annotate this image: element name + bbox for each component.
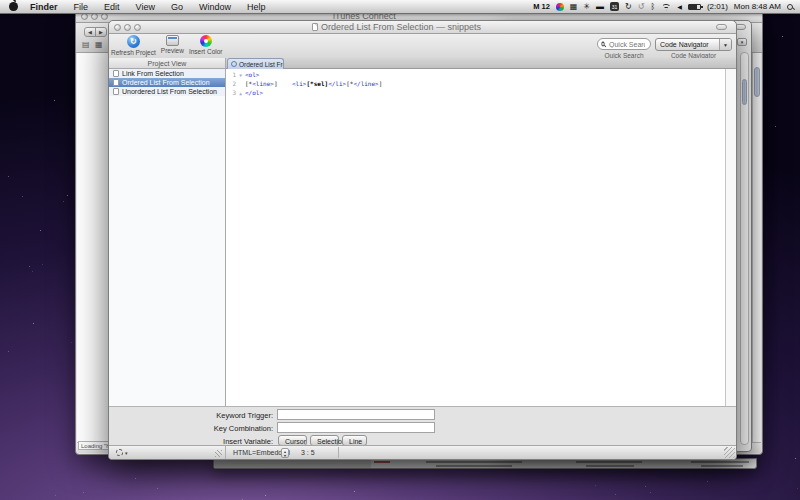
menu-bar: Finder File Edit View Go Window Help M 1… — [0, 0, 800, 14]
menu-item-edit[interactable]: Edit — [96, 0, 128, 14]
sidebar-item-link-from-selection[interactable]: Link From Selection — [109, 69, 225, 78]
wifi-icon[interactable] — [661, 3, 671, 11]
code-line[interactable]: 1▼<ol> — [226, 70, 725, 79]
table-text-red — [374, 461, 390, 463]
snippets-window[interactable]: Ordered List From Selection — snippets ↻… — [108, 20, 737, 460]
battery-time: (2:01) — [707, 2, 728, 11]
menu-meter-status[interactable]: M 12 — [533, 2, 550, 11]
project-view-header: Project View — [109, 58, 226, 69]
itunes-scrollbar[interactable] — [752, 53, 761, 442]
color-app-status-icon[interactable] — [556, 3, 564, 11]
mid-scrollbar[interactable] — [740, 52, 749, 445]
menu-bar-clock[interactable]: Mon 8:48 AM — [734, 2, 781, 11]
chevron-down-icon: ▾ — [125, 450, 128, 456]
search-icon — [601, 42, 604, 47]
scrollbar-thumb[interactable] — [742, 79, 747, 105]
zoom-button[interactable] — [134, 24, 141, 31]
code-text[interactable]: </ol> — [245, 88, 263, 97]
editor-scrollbar[interactable] — [725, 69, 736, 406]
table-text — [586, 465, 634, 467]
snippet-options-panel: Keyword Trigger: Key Combination: Insert… — [109, 406, 736, 445]
menu-item-finder[interactable]: Finder — [22, 0, 66, 14]
preview-icon — [166, 35, 179, 46]
desktop: iTunes Connect ◀ ▶ ▤ ▦ Loading "htt ▾ — [0, 0, 800, 500]
code-text[interactable]: <ol> — [245, 70, 259, 79]
bookmarks-icon[interactable]: ▤ — [82, 41, 90, 49]
refresh-project-button[interactable]: ↻ Refresh Project — [111, 35, 156, 56]
insert-color-button[interactable]: Insert Color — [189, 35, 223, 56]
snippet-icon — [231, 61, 237, 67]
window-resize-grip[interactable] — [724, 447, 735, 458]
table-text — [436, 465, 512, 467]
spotlight-icon[interactable] — [787, 4, 793, 10]
key-combination-label: Key Combination: — [109, 424, 273, 433]
toolbar: ↻ Refresh Project Preview Insert Color Q… — [109, 34, 736, 58]
chevron-down-icon: ▼ — [719, 39, 731, 50]
minimize-button[interactable] — [124, 24, 131, 31]
fold-marker-icon[interactable]: ▲ — [236, 89, 245, 98]
refresh-icon: ↻ — [127, 35, 140, 48]
code-line[interactable]: 3▲</ol> — [226, 88, 725, 97]
table-text — [691, 461, 749, 463]
code-lines[interactable]: 1▼<ol>2[*<line>] <li>[*sel]</li>[*</line… — [226, 69, 725, 97]
minimize-button[interactable] — [91, 13, 98, 20]
zoom-button[interactable] — [101, 13, 108, 20]
grid-view-icon[interactable]: ▦ — [95, 41, 103, 49]
asterisk-status-icon[interactable]: ✳ — [583, 3, 590, 11]
cursor-position: 3 : 5 — [301, 446, 315, 460]
sync-status-icon[interactable]: ↻ — [625, 3, 632, 11]
time-machine-status-icon[interactable]: ↺ — [638, 3, 645, 11]
forward-button[interactable]: ▶ — [95, 27, 107, 37]
close-button[interactable] — [114, 24, 121, 31]
line-number: 3 — [226, 88, 236, 97]
keyword-trigger-input[interactable] — [277, 409, 435, 420]
tab-ordered-list[interactable]: Ordered List Fro… — [227, 58, 284, 69]
key-combination-input[interactable] — [277, 422, 435, 433]
gear-icon[interactable] — [116, 449, 123, 456]
status-bar: ▾ HTML=Embedded ▴▾ 3 : 5 — [109, 445, 736, 459]
document-icon — [113, 70, 119, 77]
quick-search-input[interactable] — [607, 40, 647, 49]
fold-marker-icon[interactable]: ▼ — [236, 71, 245, 80]
quick-search-field[interactable] — [597, 38, 651, 50]
code-navigator-select[interactable]: Code Navigator ▼ — [655, 38, 732, 51]
window-grid-status-icon[interactable]: ▦ — [570, 3, 578, 11]
line-number: 1 — [226, 70, 236, 79]
language-stepper[interactable]: ▴▾ — [281, 448, 289, 458]
proxy-document-icon[interactable] — [312, 23, 318, 31]
sidebar-item-unordered-list-from-selection[interactable]: Unordered List From Selection — [109, 87, 225, 96]
menu-item-view[interactable]: View — [128, 0, 163, 14]
overflow-menu-button[interactable]: ▾ — [737, 38, 747, 46]
table-text — [426, 461, 522, 463]
bluetooth-icon[interactable]: ᛒ — [651, 3, 656, 11]
divider — [338, 447, 339, 458]
table-cell-block — [214, 459, 371, 468]
sidebar-item-ordered-list-from-selection[interactable]: Ordered List From Selection — [109, 78, 225, 87]
pane-resize-grip[interactable] — [215, 450, 222, 457]
close-button[interactable] — [81, 13, 88, 20]
preview-button[interactable]: Preview — [161, 35, 184, 56]
battery-icon[interactable] — [688, 4, 701, 10]
code-line[interactable]: 2[*<line>] <li>[*sel]</li>[*</line>] — [226, 79, 725, 88]
tab-bar[interactable]: Ordered List Fro… — [226, 58, 736, 69]
window-title: Ordered List From Selection — snippets — [312, 22, 481, 32]
toolbar-toggle-pill[interactable] — [716, 24, 727, 30]
menu-item-window[interactable]: Window — [191, 0, 239, 14]
menu-item-help[interactable]: Help — [239, 0, 274, 14]
calendar-status-icon[interactable]: 31 — [610, 2, 619, 11]
menu-item-file[interactable]: File — [66, 0, 97, 14]
project-sidebar[interactable]: Link From Selection Ordered List From Se… — [109, 69, 226, 406]
volume-icon[interactable]: ◀ — [677, 3, 682, 11]
apple-menu-icon[interactable] — [9, 2, 18, 11]
snippets-titlebar[interactable]: Ordered List From Selection — snippets — [109, 21, 736, 34]
document-icon — [113, 79, 119, 86]
code-text[interactable]: [*<line>] <li>[*sel]</li>[*</line>] — [245, 79, 382, 88]
display-status-icon[interactable]: ▬ — [596, 3, 604, 11]
code-editor[interactable]: 1▼<ol>2[*<line>] <li>[*sel]</li>[*</line… — [226, 69, 725, 406]
scrollbar-thumb[interactable] — [754, 67, 760, 97]
table-text — [576, 461, 642, 463]
menu-item-go[interactable]: Go — [163, 0, 191, 14]
line-number: 2 — [226, 79, 236, 88]
table-text — [701, 465, 743, 467]
keyword-trigger-label: Keyword Trigger: — [109, 411, 273, 420]
